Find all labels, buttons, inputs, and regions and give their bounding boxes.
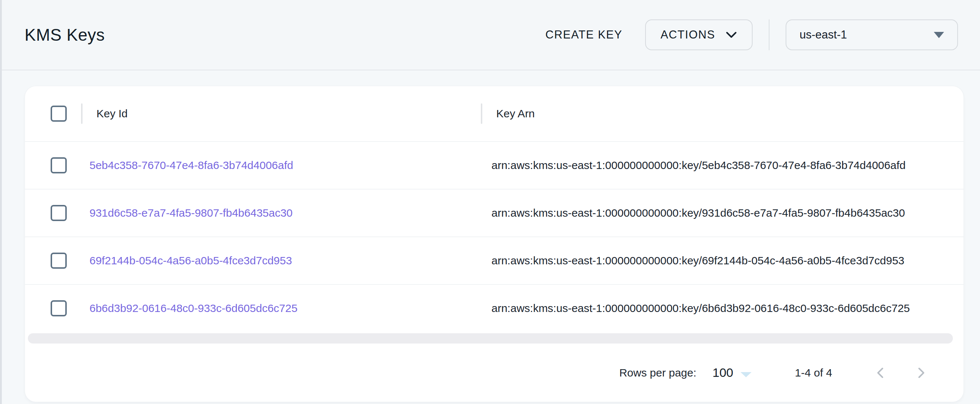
table-row: 69f2144b-054c-4a56-a0b5-4fce3d7cd953 arn…	[25, 237, 964, 284]
actions-button[interactable]: ACTIONS	[645, 19, 752, 50]
pagination-range-label: 1-4 of 4	[795, 367, 832, 379]
table-row: 6b6d3b92-0616-48c0-933c-6d605dc6c725 arn…	[25, 284, 964, 332]
key-arn-value: arn:aws:kms:us-east-1:000000000000:key/5…	[480, 159, 905, 172]
select-all-checkbox[interactable]	[51, 106, 67, 122]
page-header: KMS Keys CREATE KEY ACTIONS us-east-1	[2, 0, 980, 70]
pagination-bar: Rows per page: 100 1-4 of 4	[25, 344, 964, 402]
key-id-link[interactable]: 931d6c58-e7a7-4fa5-9807-fb4b6435ac30	[80, 207, 293, 219]
actions-button-label: ACTIONS	[660, 28, 715, 41]
row-keyarn-cell: arn:aws:kms:us-east-1:000000000000:key/6…	[480, 302, 964, 315]
header-keyarn-cell: Key Arn	[480, 103, 964, 124]
key-arn-value: arn:aws:kms:us-east-1:000000000000:key/9…	[480, 207, 905, 219]
row-checkbox[interactable]	[51, 157, 67, 173]
region-select[interactable]: us-east-1	[786, 19, 958, 50]
row-checkbox[interactable]	[51, 205, 67, 221]
chevron-left-icon	[873, 365, 889, 381]
key-arn-value: arn:aws:kms:us-east-1:000000000000:key/6…	[480, 254, 904, 267]
keys-table-card: Key Id Key Arn 5eb4c358-7670-47e4-8fa6-3…	[25, 86, 964, 402]
region-select-value: us-east-1	[800, 28, 847, 41]
page-title: KMS Keys	[25, 25, 105, 45]
header-divider	[769, 19, 770, 50]
row-checkbox[interactable]	[51, 253, 67, 269]
table-row: 5eb4c358-7670-47e4-8fa6-3b74d4006afd arn…	[25, 141, 964, 189]
rows-per-page-select[interactable]: 100	[713, 366, 752, 380]
dropdown-arrow-icon	[934, 32, 944, 38]
row-checkbox-cell	[25, 205, 80, 221]
row-keyarn-cell: arn:aws:kms:us-east-1:000000000000:key/9…	[480, 207, 964, 219]
column-header-key-id: Key Id	[97, 107, 127, 120]
key-arn-value: arn:aws:kms:us-east-1:000000000000:key/6…	[480, 302, 910, 315]
row-keyid-cell: 5eb4c358-7670-47e4-8fa6-3b74d4006afd	[80, 159, 480, 172]
row-keyid-cell: 69f2144b-054c-4a56-a0b5-4fce3d7cd953	[80, 254, 480, 267]
kms-keys-page: KMS Keys CREATE KEY ACTIONS us-east-1	[0, 0, 980, 404]
create-key-button[interactable]: CREATE KEY	[546, 28, 622, 41]
key-id-link[interactable]: 69f2144b-054c-4a56-a0b5-4fce3d7cd953	[80, 254, 292, 267]
header-checkbox-cell	[25, 106, 80, 122]
key-id-link[interactable]: 6b6d3b92-0616-48c0-933c-6d605dc6c725	[80, 302, 298, 315]
next-page-button[interactable]	[912, 364, 930, 382]
column-resize-handle[interactable]	[481, 103, 482, 124]
chevron-right-icon	[913, 365, 929, 381]
column-header-key-arn: Key Arn	[496, 107, 535, 120]
row-keyid-cell: 6b6d3b92-0616-48c0-933c-6d605dc6c725	[80, 302, 480, 315]
row-keyid-cell: 931d6c58-e7a7-4fa5-9807-fb4b6435ac30	[80, 207, 480, 219]
chevron-down-icon	[725, 31, 737, 38]
table-row: 931d6c58-e7a7-4fa5-9807-fb4b6435ac30 arn…	[25, 189, 964, 237]
column-resize-handle[interactable]	[81, 103, 83, 124]
previous-page-button[interactable]	[872, 364, 889, 382]
row-checkbox[interactable]	[51, 300, 67, 317]
rows-per-page-label: Rows per page:	[619, 367, 696, 379]
row-checkbox-cell	[25, 157, 80, 173]
horizontal-scrollbar[interactable]	[28, 333, 953, 344]
rows-per-page-value: 100	[713, 366, 733, 380]
row-keyarn-cell: arn:aws:kms:us-east-1:000000000000:key/5…	[480, 159, 964, 172]
header-controls: CREATE KEY ACTIONS us-east-1	[546, 19, 958, 50]
row-keyarn-cell: arn:aws:kms:us-east-1:000000000000:key/6…	[480, 254, 964, 267]
key-id-link[interactable]: 5eb4c358-7670-47e4-8fa6-3b74d4006afd	[80, 159, 293, 172]
content-area: Key Id Key Arn 5eb4c358-7670-47e4-8fa6-3…	[2, 70, 980, 404]
header-keyid-cell: Key Id	[80, 103, 480, 124]
select-caret-icon	[740, 372, 751, 377]
table-header-row: Key Id Key Arn	[25, 86, 964, 141]
row-checkbox-cell	[25, 300, 80, 317]
row-checkbox-cell	[25, 253, 80, 269]
